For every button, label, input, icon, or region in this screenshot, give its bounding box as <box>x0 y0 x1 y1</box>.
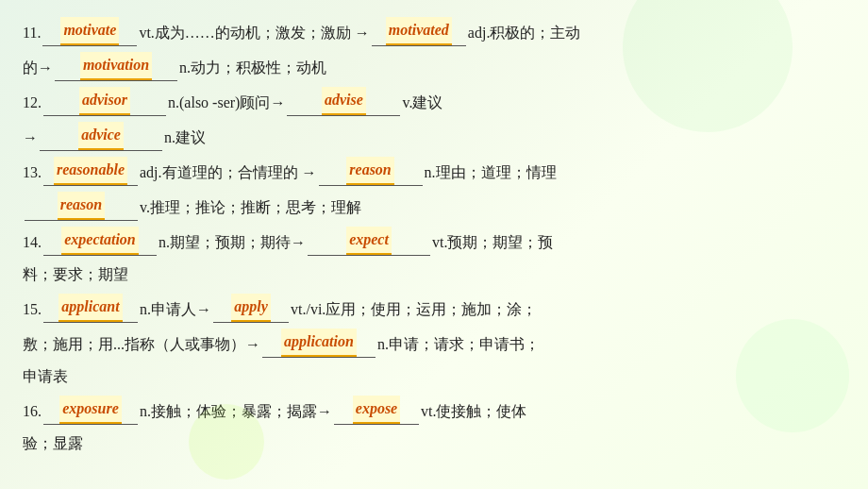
blank-word: expectation <box>61 227 139 255</box>
blank-field: advise <box>287 87 400 116</box>
blank-field: application <box>262 329 376 358</box>
def-text: 料；要求；期望 <box>23 266 128 282</box>
blank-word: applicant <box>58 294 122 322</box>
blank-field: applicant <box>43 294 138 323</box>
def-text: vt.预期；期望；预 <box>432 234 553 250</box>
blank-word: application <box>281 329 357 357</box>
blank-word: advice <box>78 122 124 150</box>
blank-word: motivation <box>80 52 152 80</box>
blank-field: expectation <box>43 227 157 256</box>
line-16-1: 16.exposuren.接触；体验；暴露；揭露→exposevt.使接触；使体 <box>23 396 845 425</box>
blank-word: advise <box>322 87 366 115</box>
def-text: vt./vi.应用；使用；运用；施加；涂； <box>291 301 537 317</box>
def-text: vt.使接触；使体 <box>421 403 526 419</box>
blank-field: expect <box>308 227 430 256</box>
entry-14: 14.expectationn.期望；预期；期待→expectvt.预期；期望；… <box>23 227 845 288</box>
line-12-2: →advicen.建议 <box>23 122 845 151</box>
def-text: n.申请人→ <box>140 301 211 317</box>
blank-field: advice <box>40 122 162 151</box>
line-14-1: 14.expectationn.期望；预期；期待→expectvt.预期；期望；… <box>23 227 845 256</box>
def-text: 申请表 <box>23 368 68 384</box>
blank-field: motivation <box>55 52 177 81</box>
def-text: n.动力；积极性；动机 <box>179 59 326 76</box>
line-14-2: 料；要求；期望 <box>23 261 845 288</box>
entry-16: 16.exposuren.接触；体验；暴露；揭露→exposevt.使接触；使体… <box>23 396 845 457</box>
def-text: → <box>23 129 38 145</box>
def-text: 11. <box>23 25 41 41</box>
line-16-2: 验；显露 <box>23 430 845 457</box>
def-text: 的→ <box>23 59 53 76</box>
content-area: 11.motivatevt.成为……的动机；激发；激励 →motivatedad… <box>23 17 845 457</box>
blank-field: exposure <box>43 396 138 425</box>
blank-word: reason <box>58 192 105 220</box>
blank-word: motivated <box>386 17 452 45</box>
blank-word: apply <box>231 294 271 322</box>
line-13-2: reasonv.推理；推论；推断；思考；理解 <box>23 192 845 221</box>
def-text: 14. <box>23 234 42 250</box>
blank-word: reason <box>346 157 393 185</box>
entry-15: 15.applicantn.申请人→applyvt./vi.应用；使用；运用；施… <box>23 294 845 390</box>
def-text: v.建议 <box>402 94 442 110</box>
def-text: n.理由；道理；情理 <box>425 164 557 180</box>
blank-word: advisor <box>79 87 130 115</box>
entry-12: 12.advisorn.(also -ser)顾问→advisev.建议→adv… <box>23 87 845 151</box>
blank-field: reason <box>25 192 138 221</box>
blank-word: reasonable <box>54 157 127 185</box>
blank-word: exposure <box>59 396 122 424</box>
def-text: 15. <box>23 301 42 317</box>
entry-11: 11.motivatevt.成为……的动机；激发；激励 →motivatedad… <box>23 17 845 81</box>
line-11-1: 11.motivatevt.成为……的动机；激发；激励 →motivatedad… <box>23 17 845 46</box>
blank-word: expect <box>346 227 392 255</box>
entry-13: 13.reasonableadj.有道理的；合情理的 →reasonn.理由；道… <box>23 157 845 221</box>
def-text: n.建议 <box>164 129 206 145</box>
line-15-2: 敷；施用；用...指称（人或事物）→applicationn.申请；请求；申请书… <box>23 329 845 358</box>
line-12-1: 12.advisorn.(also -ser)顾问→advisev.建议 <box>23 87 845 116</box>
def-text: 敷；施用；用...指称（人或事物）→ <box>23 336 260 352</box>
blank-field: motivate <box>42 17 137 46</box>
line-15-1: 15.applicantn.申请人→applyvt./vi.应用；使用；运用；施… <box>23 294 845 323</box>
blank-field: motivated <box>372 17 466 46</box>
def-text: 16. <box>23 403 42 419</box>
blank-field: expose <box>334 396 419 425</box>
blank-field: advisor <box>43 87 166 116</box>
line-13-1: 13.reasonableadj.有道理的；合情理的 →reasonn.理由；道… <box>23 157 845 186</box>
blank-word: motivate <box>60 17 119 45</box>
def-text: v.推理；推论；推断；思考；理解 <box>140 199 361 215</box>
def-text: n.(also -ser)顾问→ <box>168 94 285 110</box>
blank-field: reason <box>319 157 423 186</box>
def-text: 12. <box>23 94 42 110</box>
def-text: adj.积极的；主动 <box>468 25 581 41</box>
line-15-3: 申请表 <box>23 363 845 390</box>
def-text: 验；显露 <box>23 435 83 451</box>
blank-word: expose <box>353 396 400 424</box>
def-text: n.期望；预期；期待→ <box>159 234 306 250</box>
line-11-2: 的→motivationn.动力；积极性；动机 <box>23 52 845 81</box>
blank-field: apply <box>213 294 289 323</box>
blank-field: reasonable <box>43 157 138 186</box>
def-text: adj.有道理的；合情理的 → <box>140 164 317 180</box>
def-text: 13. <box>23 164 42 180</box>
def-text: vt.成为……的动机；激发；激励 → <box>139 25 369 41</box>
def-text: n.申请；请求；申请书； <box>377 336 540 352</box>
def-text: n.接触；体验；暴露；揭露→ <box>140 403 332 419</box>
